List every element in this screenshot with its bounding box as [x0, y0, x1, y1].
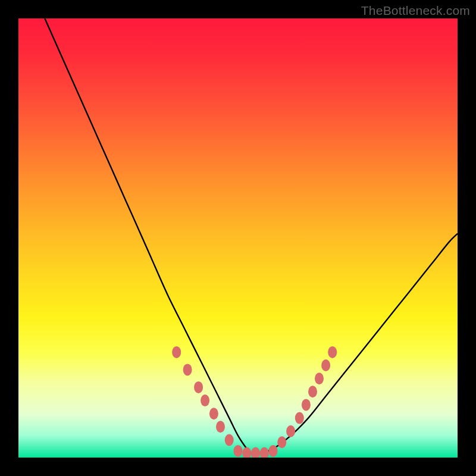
datapoint-marker	[295, 412, 304, 424]
datapoint-marker	[225, 434, 234, 446]
datapoint-marker	[277, 436, 286, 448]
datapoint-marker	[260, 447, 269, 458]
datapoint-marker	[321, 359, 330, 371]
datapoint-marker	[328, 346, 337, 358]
datapoint-marker	[286, 425, 295, 437]
chart-plot-area	[18, 18, 458, 458]
datapoint-marker	[269, 445, 278, 457]
datapoint-markers	[172, 346, 337, 458]
datapoint-marker	[201, 394, 209, 406]
datapoint-marker	[172, 346, 181, 358]
datapoint-marker	[216, 421, 225, 433]
datapoint-marker	[209, 408, 218, 419]
datapoint-marker	[302, 399, 311, 411]
datapoint-marker	[251, 447, 260, 458]
datapoint-marker	[183, 364, 192, 375]
datapoint-marker	[194, 381, 203, 393]
datapoint-marker	[315, 372, 324, 384]
bottleneck-curve-line	[45, 18, 458, 454]
chart-svg	[18, 18, 458, 458]
datapoint-marker	[308, 386, 317, 397]
datapoint-marker	[234, 445, 243, 457]
watermark-text: TheBottleneck.com	[361, 4, 470, 18]
datapoint-marker	[242, 447, 251, 458]
